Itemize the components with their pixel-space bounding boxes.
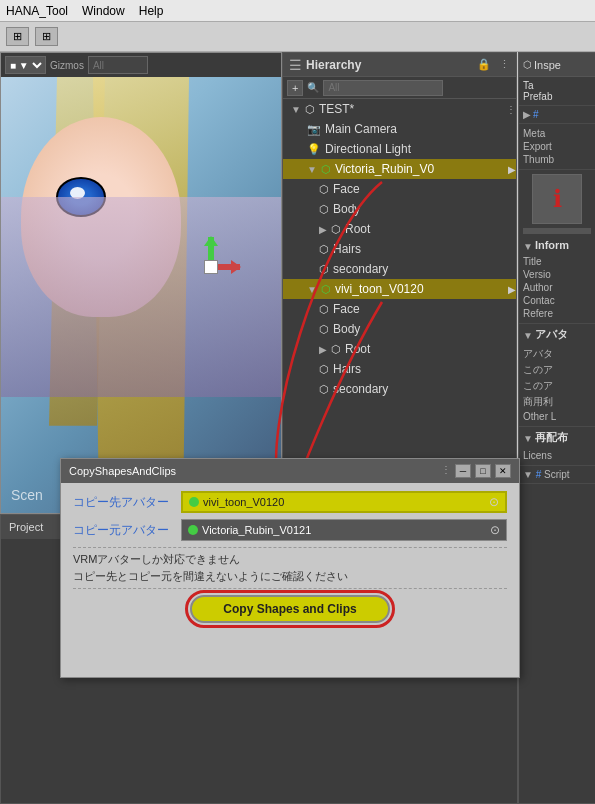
- inform-author-row: Author: [523, 281, 591, 294]
- inspector-header: ⬡ Inspe: [519, 53, 595, 77]
- scene-search[interactable]: [88, 56, 148, 74]
- dest-green-dot: [189, 497, 199, 507]
- src-green-dot: [188, 525, 198, 535]
- mesh-icon-root2: ⬡: [331, 343, 341, 356]
- inspector-inform-section: ▼ Inform Title Versio Author Contac Refe…: [519, 236, 595, 324]
- hierarchy-item-directional-light[interactable]: 💡 Directional Light: [283, 139, 516, 159]
- hierarchy-search-input[interactable]: [323, 80, 443, 96]
- hierarchy-panel: ☰ Hierarchy 🔒 ⋮ + 🔍 ▼ ⬡ TEST* ⋮ 📷 Main C…: [282, 52, 517, 512]
- hierarchy-search-icon: 🔍: [307, 82, 319, 93]
- menu-window[interactable]: Window: [82, 4, 125, 18]
- mesh-icon-hairs2: ⬡: [319, 363, 329, 376]
- mesh-icon-face2: ⬡: [319, 303, 329, 316]
- meta-label: Meta: [523, 127, 591, 140]
- avata-title: アバタ: [535, 327, 568, 342]
- script-hash: #: [536, 469, 542, 480]
- hierarchy-item-body2[interactable]: ⬡ Body: [283, 319, 516, 339]
- hierarchy-item-secondary1[interactable]: ⬡ secondary: [283, 259, 516, 279]
- hierarchy-item-main-camera[interactable]: 📷 Main Camera: [283, 119, 516, 139]
- avata-other-row: Other L: [523, 410, 591, 423]
- dialog-src-field[interactable]: Victoria_Rubin_V0121 ⊙: [181, 519, 507, 541]
- avata-row1: このア: [523, 362, 591, 378]
- redistrib-license-row: Licens: [523, 449, 591, 462]
- dialog-restore-btn[interactable]: □: [475, 464, 491, 478]
- hierarchy-add-btn[interactable]: +: [287, 80, 303, 96]
- hierarchy-header: ☰ Hierarchy 🔒 ⋮: [283, 53, 516, 77]
- scene-mode-select[interactable]: ■ ▼: [5, 56, 46, 74]
- dialog-warning1: VRMアバターしか対応できません: [73, 552, 507, 567]
- menu-hana-tool[interactable]: HANA_Tool: [6, 4, 68, 18]
- avata-row3: 商用利: [523, 394, 591, 410]
- inspector-title: Inspe: [534, 59, 561, 71]
- script-label: Script: [544, 468, 570, 481]
- avata-row2: このア: [523, 378, 591, 394]
- toolbar: ⊞ ⊞: [0, 22, 595, 52]
- gizmos-label[interactable]: Gizmos: [50, 60, 84, 71]
- inspector-tabs: Ta Prefab: [519, 77, 595, 106]
- dialog-window-buttons: ⋮ ─ □ ✕: [441, 464, 511, 478]
- dialog-dest-field[interactable]: vivi_toon_V0120 ⊙: [181, 491, 507, 513]
- avata-row0: アバタ: [523, 346, 591, 362]
- inspector-tab-prefab[interactable]: Prefab: [523, 91, 591, 102]
- hierarchy-item-test[interactable]: ▼ ⬡ TEST* ⋮: [283, 99, 516, 119]
- hierarchy-lock-icon[interactable]: 🔒: [477, 58, 491, 71]
- dialog-minimize-btn[interactable]: ─: [455, 464, 471, 478]
- toolbar-grid-btn[interactable]: ⊞: [6, 27, 29, 46]
- arrow-root2: ▶: [319, 344, 327, 355]
- copy-shapes-clips-button[interactable]: Copy Shapes and Clips: [190, 595, 390, 623]
- redistrib-arrow: ▼: [523, 433, 533, 444]
- inform-title: Inform: [535, 239, 569, 251]
- hierarchy-test-menu[interactable]: ⋮: [506, 104, 516, 115]
- dialog-menu-dots[interactable]: ⋮: [441, 464, 451, 478]
- hierarchy-item-root1[interactable]: ▶ ⬡ Root: [283, 219, 516, 239]
- mesh-icon-secondary2: ⬡: [319, 383, 329, 396]
- hierarchy-item-victoria[interactable]: ▼ ⬡ Victoria_Rubin_V0 ▶: [283, 159, 516, 179]
- inform-contact-row: Contac: [523, 294, 591, 307]
- hierarchy-item-face2[interactable]: ⬡ Face: [283, 299, 516, 319]
- scene-label: Scen: [11, 487, 43, 503]
- mesh-icon-face1: ⬡: [319, 183, 329, 196]
- inspector-tab-ta[interactable]: Ta: [523, 80, 591, 91]
- redistrib-title: 再配布: [535, 430, 568, 445]
- inspector-icon: ⬡: [523, 59, 532, 70]
- toolbar-layout-btn[interactable]: ⊞: [35, 27, 58, 46]
- scene-toolbar: ■ ▼ Gizmos: [1, 53, 281, 77]
- menu-help[interactable]: Help: [139, 4, 164, 18]
- inform-title-row: Title: [523, 255, 591, 268]
- hierarchy-item-vivi[interactable]: ▼ ⬡ vivi_toon_V0120 ▶: [283, 279, 516, 299]
- export-label: Export: [523, 140, 591, 153]
- src-field-icon[interactable]: ⊙: [490, 523, 500, 537]
- thumb-label: Thumb: [523, 153, 591, 166]
- script-arrow: ▼: [523, 469, 533, 480]
- dialog-warning2: コピー先とコピー元を間違えないようにご確認ください: [73, 569, 507, 584]
- hierarchy-item-secondary2[interactable]: ⬡ secondary: [283, 379, 516, 399]
- hierarchy-item-face1[interactable]: ⬡ Face: [283, 179, 516, 199]
- inspector-redistrib-section: ▼ 再配布 Licens: [519, 427, 595, 466]
- dialog-divider-top: [73, 547, 507, 548]
- dialog-close-btn[interactable]: ✕: [495, 464, 511, 478]
- transform-arrow: ▶: [523, 109, 531, 120]
- hierarchy-toolbar: + 🔍: [283, 77, 516, 99]
- dialog-titlebar: CopyShapesAndClips ⋮ ─ □ ✕: [61, 459, 519, 483]
- inspector-input-bar[interactable]: [523, 228, 591, 234]
- hierarchy-menu-icon[interactable]: ⋮: [499, 58, 510, 71]
- dialog-title: CopyShapesAndClips: [69, 465, 176, 477]
- vivi-arrow: ▶: [508, 284, 516, 295]
- prefab-icon-vivi: ⬡: [321, 283, 331, 296]
- light-icon: 💡: [307, 143, 321, 156]
- hierarchy-item-root2[interactable]: ▶ ⬡ Root: [283, 339, 516, 359]
- inspector-avata-section: ▼ アバタ アバタ このア このア 商用利 Other L: [519, 324, 595, 427]
- hierarchy-item-hairs1[interactable]: ⬡ Hairs: [283, 239, 516, 259]
- arrow-test: ▼: [291, 104, 301, 115]
- hierarchy-item-hairs2[interactable]: ⬡ Hairs: [283, 359, 516, 379]
- arrow-root1: ▶: [319, 224, 327, 235]
- scene-canvas: Scen: [1, 77, 281, 513]
- character-clothes: [1, 197, 281, 397]
- hierarchy-item-body1[interactable]: ⬡ Body: [283, 199, 516, 219]
- prefab-icon-victoria: ⬡: [321, 163, 331, 176]
- victoria-arrow: ▶: [508, 164, 516, 175]
- inspector-thumb-icon: ℹ: [532, 174, 582, 224]
- dest-field-icon[interactable]: ⊙: [489, 495, 499, 509]
- inform-version-row: Versio: [523, 268, 591, 281]
- gizmo-center: [204, 260, 218, 274]
